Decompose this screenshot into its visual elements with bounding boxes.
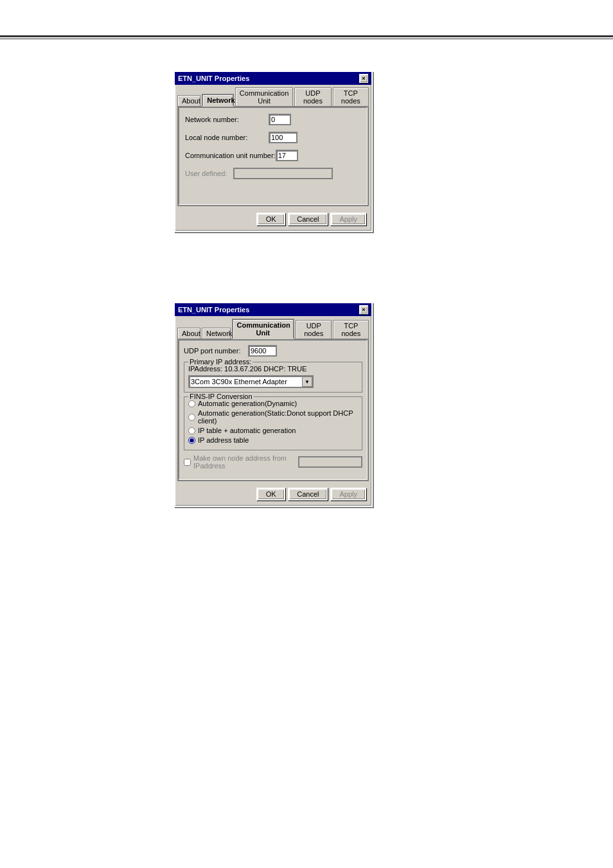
make-own-node-input[interactable] bbox=[298, 456, 362, 468]
primary-ip-group: Primary IP address: IPAddress: 10.3.67.2… bbox=[184, 362, 362, 393]
tab-tcp-nodes-2[interactable]: TCP nodes bbox=[333, 320, 369, 339]
radio-ip-auto[interactable] bbox=[188, 427, 195, 434]
radio-auto-dynamic[interactable] bbox=[188, 400, 195, 407]
tab-about-1[interactable]: About bbox=[177, 95, 200, 106]
radio-ip-table-label: IP address table bbox=[198, 436, 249, 444]
dialog-2: ETN_UNIT Properties × About Network Comm… bbox=[173, 302, 373, 507]
radio-ip-table-row: IP address table bbox=[188, 436, 358, 444]
comm-unit-label: Communication unit number: bbox=[185, 152, 276, 159]
udp-port-label: UDP port number: bbox=[184, 347, 248, 355]
tab-about-2[interactable]: About bbox=[177, 328, 200, 339]
local-node-input[interactable] bbox=[269, 132, 298, 143]
radio-auto-static-row: Automatic generation(Static:Donot suppor… bbox=[188, 409, 358, 425]
make-own-node-label: Make own node address from IPaddress bbox=[193, 454, 296, 470]
tab-network-1[interactable]: Network bbox=[202, 94, 234, 107]
udp-port-input[interactable] bbox=[248, 345, 277, 357]
network-number-label: Network number: bbox=[185, 116, 269, 123]
ip-address-text: IPAddress: 10.3.67.206 DHCP: TRUE bbox=[188, 365, 358, 373]
dialog-2-close-button[interactable]: × bbox=[359, 305, 368, 314]
top-line-thick bbox=[0, 35, 613, 37]
spacer-2 bbox=[184, 470, 362, 475]
dialog-2-apply-button[interactable]: Apply bbox=[330, 488, 366, 500]
tab-network-2[interactable]: Network bbox=[202, 328, 231, 339]
tab-comm-unit-2[interactable]: Communication Unit bbox=[232, 319, 294, 339]
comm-unit-row: Communication unit number: bbox=[185, 150, 361, 161]
comm-unit-input[interactable] bbox=[276, 150, 298, 161]
dialog-2-ok-button[interactable]: OK bbox=[256, 488, 285, 500]
dialog-1: ETN_UNIT Properties × About Network Comm… bbox=[173, 71, 373, 232]
dialog-1-content: Network number: Local node number: Commu… bbox=[177, 106, 369, 206]
network-number-input[interactable] bbox=[269, 114, 291, 125]
make-own-node-checkbox[interactable] bbox=[184, 459, 191, 466]
dialog-2-content: UDP port number: Primary IP address: IPA… bbox=[177, 339, 369, 481]
top-lines bbox=[0, 35, 613, 40]
radio-ip-auto-label: IP table + automatic generation bbox=[198, 427, 296, 434]
dialog-1-title: ETN_UNIT Properties bbox=[178, 75, 249, 82]
make-own-node-row: Make own node address from IPaddress bbox=[184, 454, 362, 470]
dialog-2-footer: OK Cancel Apply bbox=[175, 484, 371, 506]
tab-udp-nodes-2[interactable]: UDP nodes bbox=[296, 320, 332, 339]
dialog-2-tabs: About Network Communication Unit UDP nod… bbox=[175, 316, 371, 339]
radio-ip-auto-row: IP table + automatic generation bbox=[188, 427, 358, 434]
radio-auto-dynamic-row: Automatic generation(Dynamic) bbox=[188, 400, 358, 407]
local-node-label: Local node number: bbox=[185, 134, 269, 141]
dialog-1-footer: OK Cancel Apply bbox=[175, 209, 371, 231]
spacer-1 bbox=[185, 186, 361, 199]
tab-tcp-nodes-1[interactable]: TCP nodes bbox=[333, 87, 369, 106]
user-defined-label: User defined: bbox=[185, 170, 233, 177]
dialog-1-titlebar: ETN_UNIT Properties × bbox=[175, 72, 371, 85]
local-node-row: Local node number: bbox=[185, 132, 361, 143]
dialog-1-apply-button[interactable]: Apply bbox=[330, 213, 366, 226]
adapter-select-wrapper: 3Com 3C90x Ethernet Adapter ▼ bbox=[188, 375, 314, 388]
tab-comm-unit-1[interactable]: Communication Unit bbox=[235, 87, 294, 106]
page-container: ETN_UNIT Properties × About Network Comm… bbox=[0, 0, 613, 868]
fins-ip-group: FINS-IP Conversion Automatic generation(… bbox=[184, 396, 362, 450]
user-defined-row: User defined: bbox=[185, 168, 361, 179]
radio-auto-static-label: Automatic generation(Static:Donot suppor… bbox=[198, 409, 358, 425]
dialog-1-tabs: About Network Communication Unit UDP nod… bbox=[175, 85, 371, 106]
user-defined-input[interactable] bbox=[233, 168, 333, 179]
adapter-select[interactable]: 3Com 3C90x Ethernet Adapter bbox=[188, 375, 314, 388]
dialog-2-titlebar: ETN_UNIT Properties × bbox=[175, 303, 371, 316]
tab-udp-nodes-1[interactable]: UDP nodes bbox=[294, 87, 331, 106]
dialog-1-cancel-button[interactable]: Cancel bbox=[288, 213, 328, 226]
radio-ip-table[interactable] bbox=[188, 437, 195, 444]
radio-auto-static[interactable] bbox=[188, 414, 195, 421]
primary-ip-title: Primary IP address: bbox=[188, 358, 253, 366]
dialog-2-title: ETN_UNIT Properties bbox=[178, 306, 249, 314]
fins-ip-title: FINS-IP Conversion bbox=[188, 393, 254, 400]
dialog-1-ok-button[interactable]: OK bbox=[256, 213, 285, 226]
dialog-1-close-button[interactable]: × bbox=[359, 74, 368, 83]
dialog-2-cancel-button[interactable]: Cancel bbox=[288, 488, 328, 500]
udp-port-row: UDP port number: bbox=[184, 345, 362, 357]
network-number-row: Network number: bbox=[185, 114, 361, 125]
radio-auto-dynamic-label: Automatic generation(Dynamic) bbox=[198, 400, 297, 407]
top-line-thin bbox=[0, 39, 613, 39]
